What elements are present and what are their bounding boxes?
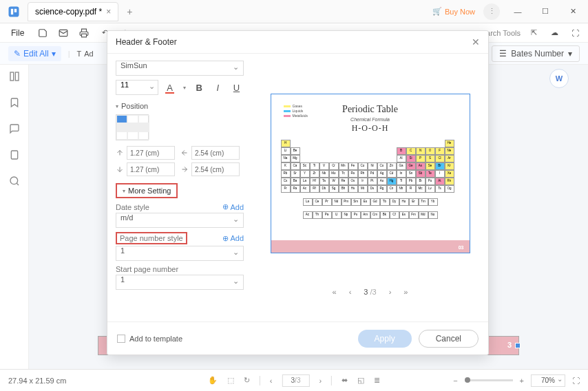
cart-icon: 🛒 <box>432 7 442 16</box>
status-bar: 27.94 x 21.59 cm ✋ ⬚ ↻ ‹ 3/3 › ⬌ ◱ ≣ − +… <box>0 369 588 391</box>
share-export-icon[interactable]: ⇱ <box>526 25 541 41</box>
page-dimensions: 27.94 x 21.59 cm <box>8 377 66 385</box>
add-to-template-label: Add to template <box>129 335 182 343</box>
word-badge[interactable]: W <box>549 69 569 88</box>
close-window-icon[interactable]: ✕ <box>563 5 582 19</box>
nav-next-icon[interactable]: › <box>319 377 322 385</box>
italic-button[interactable]: I <box>211 80 225 95</box>
document-tab[interactable]: science-copy.pdf * × <box>28 2 118 21</box>
bates-number-button[interactable]: ☰ Bates Number ▾ <box>492 45 580 62</box>
fit-width-icon[interactable]: ⬌ <box>342 376 348 385</box>
fullscreen-icon[interactable]: ⛶ <box>572 377 580 385</box>
svg-rect-1 <box>11 8 13 14</box>
left-sidebar <box>0 65 29 369</box>
svg-rect-4 <box>82 34 87 37</box>
chevron-down-icon: ▾ <box>568 49 572 59</box>
divider: | <box>68 50 70 58</box>
maximize-icon[interactable]: ☐ <box>536 5 555 19</box>
buy-now-label: Buy Now <box>445 8 475 16</box>
edit-all-label: Edit All <box>23 49 49 59</box>
font-color-button[interactable]: A <box>162 80 177 95</box>
fit-page-icon[interactable]: ◱ <box>357 376 364 385</box>
margin-left <box>180 146 240 160</box>
svg-rect-5 <box>10 72 14 81</box>
pager-prev-icon[interactable]: ‹ <box>349 288 352 296</box>
close-tab-icon[interactable]: × <box>106 7 111 17</box>
page-band-number: 3 <box>507 341 512 349</box>
print-icon[interactable] <box>76 25 92 41</box>
add-label: Ad <box>84 50 93 58</box>
mail-icon[interactable] <box>56 25 71 41</box>
date-style-select[interactable]: m/d <box>116 213 244 228</box>
expand-icon[interactable]: ⛶ <box>567 25 582 41</box>
page-number-style-select[interactable]: 1 <box>116 246 244 261</box>
margin-bottom <box>116 162 175 176</box>
more-setting-toggle[interactable]: More Setting <box>116 183 178 198</box>
add-tool-button[interactable]: T Ad <box>77 50 94 58</box>
app-icon <box>4 2 23 21</box>
svg-rect-6 <box>15 72 19 81</box>
start-page-input[interactable]: 1 <box>116 275 244 290</box>
date-style-label: Date style <box>116 203 149 211</box>
underline-button[interactable]: U <box>229 80 244 95</box>
svg-rect-0 <box>9 6 19 17</box>
margin-bottom-input[interactable] <box>127 162 175 176</box>
margin-top <box>116 146 175 160</box>
edit-all-button[interactable]: ✎ Edit All ▾ <box>8 46 61 61</box>
bates-label: Bates Number <box>511 49 564 59</box>
add-to-template-checkbox[interactable]: Add to template <box>117 335 182 343</box>
new-tab-button[interactable]: + <box>123 5 136 19</box>
save-icon[interactable] <box>35 25 50 41</box>
share-icon[interactable]: ⋮ <box>483 3 500 20</box>
header-footer-dialog: Header & Footer ✕ SimSun 11 A ▾ B I U Po… <box>107 30 489 355</box>
svg-rect-2 <box>14 8 17 12</box>
start-page-label: Start page number <box>116 265 178 273</box>
add-page-number-button[interactable]: Add <box>222 234 244 243</box>
cancel-button[interactable]: Cancel <box>419 330 479 348</box>
attachment-icon[interactable] <box>8 149 21 161</box>
preview-page-number: 03 <box>459 245 464 250</box>
comment-icon[interactable] <box>8 123 21 135</box>
file-menu[interactable]: File <box>6 28 30 38</box>
zoom-out-icon[interactable]: − <box>453 377 457 385</box>
scroll-mode-icon[interactable]: ≣ <box>374 376 380 385</box>
nav-prev-icon[interactable]: ‹ <box>270 377 273 385</box>
font-size-select[interactable]: 11 <box>116 80 158 95</box>
search-icon[interactable] <box>8 175 21 187</box>
checkbox-icon <box>117 335 125 343</box>
zoom-select[interactable]: 70% <box>531 374 565 387</box>
hand-tool-icon[interactable]: ✋ <box>208 376 218 385</box>
bold-button[interactable]: B <box>192 80 207 95</box>
dialog-preview-panel: Gases Liquids Metalloids Periodic Table … <box>252 54 488 321</box>
position-grid[interactable] <box>116 114 149 140</box>
apply-button[interactable]: Apply <box>358 330 412 348</box>
svg-point-8 <box>10 177 18 184</box>
bookmark-icon[interactable] <box>8 96 21 109</box>
pager-total: /3 <box>370 288 377 296</box>
page-preview: Gases Liquids Metalloids Periodic Table … <box>271 94 470 253</box>
pager-first-icon[interactable]: « <box>333 288 337 296</box>
preview-legend: Gases Liquids Metalloids <box>284 104 308 118</box>
zoom-in-icon[interactable]: + <box>520 377 524 385</box>
svg-rect-7 <box>11 151 17 159</box>
dialog-close-icon[interactable]: ✕ <box>472 36 480 47</box>
pager-last-icon[interactable]: » <box>403 288 408 296</box>
minimize-icon[interactable]: — <box>508 5 527 19</box>
periodic-table-grid: HHe LiBeBCNOFNe NaMgAlSiPSClAr KCaScTiVC… <box>281 140 460 219</box>
pager-next-icon[interactable]: › <box>389 288 392 296</box>
buy-now-link[interactable]: 🛒 Buy Now <box>432 7 475 16</box>
zoom-slider[interactable] <box>465 379 513 381</box>
font-select[interactable]: SimSun <box>116 61 244 76</box>
cloud-icon[interactable]: ☁ <box>547 25 562 41</box>
thumbnails-icon[interactable] <box>8 70 21 83</box>
margin-left-input[interactable] <box>191 146 240 160</box>
font-color-dropdown-icon[interactable]: ▾ <box>181 80 188 95</box>
add-date-button[interactable]: Add <box>222 202 244 211</box>
margin-top-input[interactable] <box>127 146 175 160</box>
margin-right-input[interactable] <box>191 162 240 176</box>
preview-pager: « ‹ 3 /3 › » <box>259 288 481 296</box>
margin-right <box>180 162 240 176</box>
page-indicator[interactable]: 3/3 <box>282 374 310 387</box>
select-tool-icon[interactable]: ⬚ <box>227 376 234 385</box>
rotate-tool-icon[interactable]: ↻ <box>244 376 250 385</box>
